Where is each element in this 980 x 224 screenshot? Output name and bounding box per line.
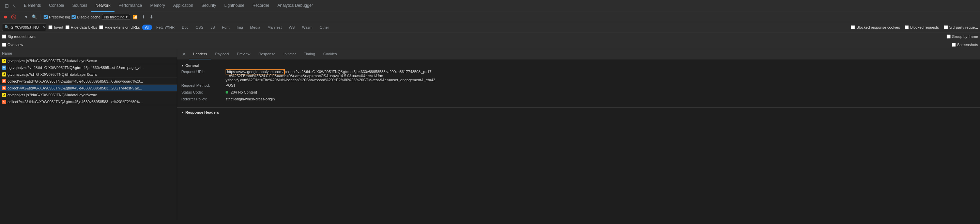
list-item-icon-js: J xyxy=(2,72,6,77)
group-by-frame-label[interactable]: Group by frame xyxy=(947,35,978,38)
filter-chip-other[interactable]: Other xyxy=(317,25,332,30)
response-headers-section-header[interactable]: ▼ Response Headers xyxy=(177,109,980,116)
disable-cache-checkbox[interactable] xyxy=(72,15,76,19)
list-item[interactable]: Ccollect?v=2&tid=G-X0W095JTNQ&gtm=45je46… xyxy=(0,98,177,105)
tab-security[interactable]: Security xyxy=(197,0,220,12)
list-item-icon-js: J xyxy=(2,93,6,97)
request-method-row: Request Method: POST xyxy=(181,83,976,90)
search-input[interactable] xyxy=(11,25,41,29)
upload-icon[interactable]: ⬆ xyxy=(140,14,146,21)
referrer-policy-row: Referrer Policy: strict-origin-when-cros… xyxy=(181,96,976,103)
clear-button[interactable]: 🚫 xyxy=(10,14,17,21)
chevron-down-icon: ▾ xyxy=(126,15,128,19)
clear-search-icon[interactable]: ✕ xyxy=(43,25,46,30)
list-item[interactable]: Jgtvqhajvzs.js?id=G-X0W095JTNQ&l=dataLay… xyxy=(0,58,177,64)
overview-checkbox[interactable] xyxy=(2,43,6,47)
screenshots-label[interactable]: Screenshots xyxy=(952,43,978,47)
filter-chip-doc[interactable]: Doc xyxy=(179,25,192,30)
tab-elements[interactable]: Elements xyxy=(20,0,45,12)
devtools-icons: ⊡ ↖ xyxy=(2,3,20,8)
big-request-rows-checkbox[interactable] xyxy=(2,35,6,38)
detail-tab-initiator[interactable]: Initiator xyxy=(279,49,300,59)
download-icon[interactable]: ⬇ xyxy=(148,14,155,21)
detail-tab-cookies[interactable]: Cookies xyxy=(319,49,341,59)
search-box: 🔍 ✕ xyxy=(2,24,46,31)
list-item[interactable]: Ccollect?v=2&tid=G-X0W095JTNQ&gtm=45je46… xyxy=(0,85,177,91)
list-item-name: ngtvqhajvzs?v=2&tid=G-X0W095JTNQ&gtm=45j… xyxy=(8,66,175,70)
third-party-checkbox[interactable] xyxy=(944,25,948,29)
search-button[interactable]: 🔍 xyxy=(31,14,38,21)
tab-application[interactable]: Application xyxy=(169,0,197,12)
preserve-log-label[interactable]: Preserve log xyxy=(44,15,70,19)
blocked-response-cookies-checkbox[interactable] xyxy=(851,25,855,29)
devtools-dock-icon[interactable]: ⊡ xyxy=(4,3,10,8)
tab-sources[interactable]: Sources xyxy=(68,0,91,12)
filter-chip-all[interactable]: All xyxy=(142,25,152,30)
hide-ext-urls-label[interactable]: Hide extension URLs xyxy=(99,25,140,29)
tab-console[interactable]: Console xyxy=(45,0,68,12)
filter-chip-css[interactable]: CSS xyxy=(192,25,207,30)
invert-label[interactable]: Invert xyxy=(48,25,64,29)
devtools-inspect-icon[interactable]: ↖ xyxy=(11,3,17,8)
overview-label[interactable]: Overview xyxy=(2,43,23,47)
filter-button[interactable]: ▼ xyxy=(23,14,30,21)
detail-content: ▼ General Request URL: https://www.googl… xyxy=(177,59,980,220)
tab-performance[interactable]: Performance xyxy=(115,0,146,12)
list-header: Name xyxy=(0,49,177,58)
filter-chip-font[interactable]: Font xyxy=(219,25,233,30)
network-list: Name Jgtvqhajvzs.js?id=G-X0W095JTNQ&l=da… xyxy=(0,49,177,220)
big-request-rows-label[interactable]: Big request rows xyxy=(2,35,35,38)
online-icon[interactable]: 📶 xyxy=(132,14,138,21)
detail-tab-headers[interactable]: Headers xyxy=(189,49,211,59)
filter-chip-media[interactable]: Media xyxy=(247,25,263,30)
blocked-requests-checkbox[interactable] xyxy=(905,25,909,29)
list-item-name: gtvqhajvzs.js?id=G-X0W095JTNQ&l=dataLaye… xyxy=(8,59,175,63)
list-item-icon-collect: C xyxy=(2,100,6,104)
tab-analytics-debugger[interactable]: Analytics Debugger xyxy=(273,0,317,12)
screenshots-checkbox[interactable] xyxy=(952,43,956,47)
hide-data-urls-checkbox[interactable] xyxy=(65,25,70,29)
filter-chip-wasm[interactable]: Wasm xyxy=(299,25,315,30)
list-item-icon-js: J xyxy=(2,59,6,63)
list-item[interactable]: Dngtvqhajvzs?v=2&tid=G-X0W095JTNQ&gtm=45… xyxy=(0,64,177,71)
tab-network[interactable]: Network xyxy=(91,0,115,12)
detail-tab-preview[interactable]: Preview xyxy=(233,49,254,59)
search-icon: 🔍 xyxy=(5,25,9,29)
request-url-value: https://www.google-analytics.com/collect… xyxy=(226,70,976,82)
filter-chip-js[interactable]: JS xyxy=(207,25,218,30)
general-section-header[interactable]: ▼ General xyxy=(177,62,980,69)
list-item[interactable]: Jgtvqhajvzs.js?id=G-X0W095JTNQ&l=dataLay… xyxy=(0,91,177,98)
invert-checkbox[interactable] xyxy=(48,25,52,29)
detail-tab-timing[interactable]: Timing xyxy=(300,49,319,59)
hide-ext-urls-checkbox[interactable] xyxy=(99,25,103,29)
detail-tab-response[interactable]: Response xyxy=(254,49,279,59)
preserve-log-checkbox[interactable] xyxy=(44,15,48,19)
list-item[interactable]: Jgtvqhajvzs.js?id=G-X0W095JTNQ&l=dataLay… xyxy=(0,71,177,78)
tab-recorder[interactable]: Recorder xyxy=(248,0,273,12)
filter-chip-fetch/xhr[interactable]: Fetch/XHR xyxy=(153,25,178,30)
list-item[interactable]: Ccollect?v=2&tid=G-X0W095JTNQ&gtm=45je46… xyxy=(0,78,177,85)
third-party-label[interactable]: 3rd-party reque... xyxy=(944,25,978,29)
detail-tabs: ✕ HeadersPayloadPreviewResponseInitiator… xyxy=(177,49,980,59)
tab-lighthouse[interactable]: Lighthouse xyxy=(220,0,248,12)
filter-chip-manifest[interactable]: Manifest xyxy=(264,25,285,30)
overview-row: Overview Screenshots xyxy=(0,41,980,49)
main-content: Name Jgtvqhajvzs.js?id=G-X0W095JTNQ&l=da… xyxy=(0,49,980,220)
group-by-frame-checkbox[interactable] xyxy=(947,35,951,38)
record-button[interactable]: ⏺ xyxy=(2,14,9,21)
filter-chip-ws[interactable]: WS xyxy=(286,25,298,30)
close-detail-icon[interactable]: ✕ xyxy=(179,51,189,57)
section-divider xyxy=(177,107,980,107)
blocked-requests-label[interactable]: Blocked requests xyxy=(905,25,939,29)
disable-cache-label[interactable]: Disable cache xyxy=(72,15,100,19)
filter-chip-img[interactable]: Img xyxy=(234,25,246,30)
throttle-selector[interactable]: No throttling ▾ xyxy=(102,14,130,20)
filter-right-checkboxes: Blocked response cookies Blocked request… xyxy=(851,25,978,29)
blocked-response-cookies-label[interactable]: Blocked response cookies xyxy=(851,25,900,29)
tab-memory[interactable]: Memory xyxy=(146,0,169,12)
detail-tabs-list: HeadersPayloadPreviewResponseInitiatorTi… xyxy=(189,49,341,59)
detail-tab-payload[interactable]: Payload xyxy=(211,49,233,59)
filter-row: 🔍 ✕ Invert Hide data URLs Hide extension… xyxy=(0,22,980,32)
status-dot-icon xyxy=(226,91,228,94)
hide-data-urls-label[interactable]: Hide data URLs xyxy=(65,25,97,29)
